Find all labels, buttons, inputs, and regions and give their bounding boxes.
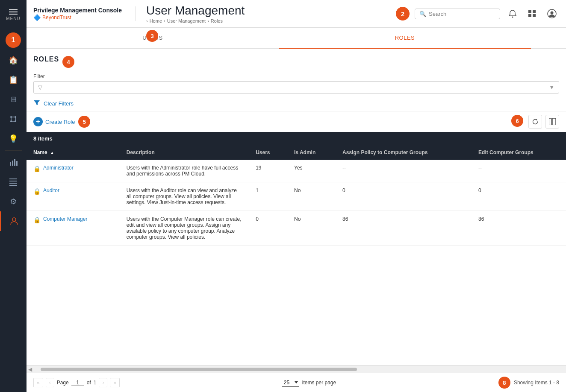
toolbar-right: 6 — [511, 115, 559, 129]
sort-arrow-name: ▲ — [50, 150, 54, 155]
sidebar-item-computers[interactable]: 🖥 — [0, 90, 27, 109]
items-per-page-label: items per page — [302, 380, 336, 386]
search-icon: 🔍 — [419, 11, 426, 17]
topbar-right: 2 🔍 — [396, 6, 559, 21]
sidebar: MENU 1 🏠 📋 🖥 💡 ⚙ — [0, 0, 27, 392]
brand-title: Privilege Management Console — [33, 6, 127, 14]
next-page-button[interactable]: › — [99, 378, 107, 387]
roles-section: ROLES 4 Filter ▽ ▼ C — [27, 49, 566, 392]
cell-users-1: 1 — [249, 182, 287, 211]
lock-icon-0: 🔒 — [33, 165, 41, 172]
svg-rect-18 — [528, 10, 531, 13]
cell-desc-2: Users with the Computer Manager role can… — [120, 211, 249, 246]
role-link-2[interactable]: 🔒 Computer Manager — [33, 216, 113, 223]
breadcrumb-home[interactable]: Home — [150, 18, 162, 23]
page-navigation: « ‹ Page of 1 › » — [33, 378, 120, 387]
sidebar-item-home[interactable]: 🏠 — [0, 50, 27, 70]
sidebar-item-analytics[interactable] — [0, 152, 27, 172]
svg-rect-9 — [12, 161, 13, 166]
svg-rect-14 — [9, 183, 17, 184]
first-page-button[interactable]: « — [33, 378, 43, 387]
col-header-description[interactable]: Description — [120, 145, 249, 160]
cell-assign-2: 86 — [336, 211, 472, 246]
per-page-select[interactable]: 10 25 50 100 — [282, 379, 299, 387]
horizontal-scrollbar[interactable]: ◀ — [27, 365, 566, 373]
svg-rect-13 — [9, 181, 17, 181]
clear-filter-icon — [33, 99, 40, 108]
menu-button[interactable]: MENU — [0, 0, 27, 30]
svg-rect-15 — [9, 185, 17, 186]
step-4-badge: 4 — [62, 56, 74, 68]
clear-filters-button[interactable]: Clear Filters — [44, 100, 74, 107]
scroll-track[interactable] — [41, 368, 357, 371]
cell-edit-0: -- — [472, 160, 566, 182]
refresh-button[interactable] — [528, 115, 542, 129]
breadcrumb-arrow-1: › — [146, 18, 148, 23]
search-input[interactable] — [429, 11, 495, 17]
step-3-badge: 3 — [146, 30, 158, 42]
items-per-page: 10 25 50 100 items per page — [282, 379, 336, 387]
cell-isadmin-0: Yes — [287, 160, 336, 182]
cell-edit-1: 0 — [472, 182, 566, 211]
col-header-isadmin[interactable]: Is Admin — [287, 145, 336, 160]
step-5-badge: 5 — [78, 116, 90, 128]
brand: Privilege Management Console 🔷 BeyondTru… — [33, 6, 136, 21]
role-link-1[interactable]: 🔒 Auditor — [33, 187, 113, 195]
col-header-assign-policy[interactable]: Assign Policy to Computer Groups — [336, 145, 472, 160]
table-row: 🔒 Administrator Users with the Administr… — [27, 160, 566, 182]
cell-desc-1: Users with the Auditor role can view and… — [120, 182, 249, 211]
scroll-left-arrow[interactable]: ◀ — [28, 366, 32, 372]
grid-menu-button[interactable] — [525, 6, 539, 21]
menu-label: MENU — [6, 16, 20, 21]
col-header-name[interactable]: Name ▲ — [27, 145, 120, 160]
page-input[interactable] — [71, 380, 84, 386]
role-link-0[interactable]: 🔒 Administrator — [33, 165, 113, 172]
prev-page-button[interactable]: ‹ — [46, 378, 54, 387]
svg-point-16 — [12, 218, 16, 221]
notification-bell-button[interactable] — [505, 6, 520, 21]
sidebar-item-reports[interactable]: 📋 — [0, 70, 27, 90]
lock-icon-1: 🔒 — [33, 188, 41, 195]
sidebar-item-list[interactable] — [0, 172, 27, 192]
beyondtrust-logo-icon: 🔷 — [33, 14, 41, 21]
svg-rect-12 — [9, 178, 17, 179]
breadcrumb-arrow-2: › — [164, 18, 165, 23]
last-page-button[interactable]: » — [110, 378, 120, 387]
sidebar-item-usermgmt[interactable] — [0, 211, 27, 231]
create-role-button[interactable]: + Create Role — [33, 117, 75, 126]
svg-rect-24 — [549, 118, 551, 125]
sidebar-item-policies[interactable] — [0, 109, 27, 129]
of-label: of — [87, 380, 91, 386]
cell-desc-0: Users with the Administrator role have f… — [120, 160, 249, 182]
sidebar-item-settings[interactable]: ⚙ — [0, 192, 27, 211]
sidebar-item-bulb[interactable]: 💡 — [0, 129, 27, 149]
table-row: 🔒 Computer Manager Users with the Comput… — [27, 211, 566, 246]
svg-rect-25 — [552, 118, 556, 125]
svg-point-17 — [512, 17, 513, 18]
breadcrumb-arrow-3: › — [207, 18, 209, 23]
user-avatar-button[interactable] — [545, 6, 559, 21]
cell-isadmin-1: No — [287, 182, 336, 211]
plus-icon: + — [33, 117, 43, 126]
hamburger-icon — [9, 9, 18, 15]
search-box[interactable]: 🔍 — [415, 9, 500, 19]
roles-table: 8 items Name ▲ Description Users — [27, 132, 566, 246]
lock-icon-2: 🔒 — [33, 216, 41, 223]
col-header-users[interactable]: Users — [249, 145, 287, 160]
toolbar-row: + Create Role 5 6 — [27, 111, 566, 132]
page-label: Page — [57, 380, 69, 386]
cell-name-0: 🔒 Administrator — [27, 160, 120, 182]
breadcrumb-usermgmt[interactable]: User Management — [167, 18, 206, 23]
cell-name-1: 🔒 Auditor — [27, 182, 120, 211]
page-title: User Management — [146, 4, 396, 18]
main-area: Privilege Management Console 🔷 BeyondTru… — [27, 0, 566, 392]
tab-roles[interactable]: ROLES — [279, 28, 531, 49]
topbar: Privilege Management Console 🔷 BeyondTru… — [27, 0, 566, 28]
breadcrumb-roles: Roles — [211, 18, 223, 23]
item-count: 8 items — [27, 132, 566, 145]
roles-header: ROLES 4 Filter ▽ ▼ — [27, 49, 566, 97]
col-header-edit-groups[interactable]: Edit Computer Groups — [472, 145, 566, 160]
columns-button[interactable] — [545, 115, 559, 129]
filter-dropdown-arrow[interactable]: ▼ — [549, 84, 554, 91]
filter-funnel-icon: ▽ — [38, 84, 42, 91]
